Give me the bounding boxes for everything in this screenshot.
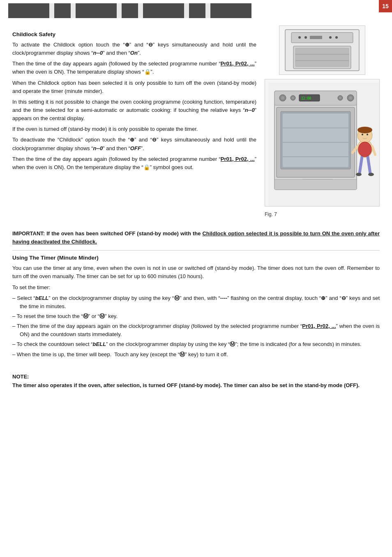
childlock-para-4: In this setting it is not possible to ch…	[12, 98, 256, 123]
svg-rect-4	[310, 36, 322, 39]
fig-label: Fig. 7	[265, 211, 277, 217]
bar-seg-2	[54, 3, 71, 18]
bar-gap-2	[71, 3, 76, 18]
timer-bullet-1: Select “bELL” on the clock/programmer di…	[12, 294, 380, 311]
childlock-para-7: Then the time of the day appears again (…	[12, 155, 256, 172]
svg-point-2	[298, 36, 301, 39]
main-content: Childlock Safety To activate the Childlo…	[0, 21, 392, 225]
oven-top-svg	[281, 28, 363, 73]
left-column: Childlock Safety To activate the Childlo…	[12, 26, 256, 217]
svg-point-41	[356, 173, 362, 176]
oven-main-svg: 12:00	[268, 83, 379, 206]
timer-set-label: To set the timer:	[12, 283, 380, 292]
bar-gap-3	[117, 3, 122, 18]
note-label: NOTE:	[12, 374, 380, 380]
svg-point-21	[339, 97, 341, 99]
timer-title: Using The Timer (Minute Minder)	[12, 255, 380, 261]
svg-point-15	[281, 96, 284, 100]
top-decorative-bar	[0, 0, 392, 21]
svg-point-3	[304, 36, 307, 39]
important-text: IMPORTANT: If the oven has been switched…	[12, 230, 380, 245]
bar-gap-6	[205, 3, 210, 18]
oven-diagram-main: 12:00	[265, 79, 380, 207]
bar-seg-7	[210, 3, 251, 18]
note-text: The timer also operates if the oven, aft…	[12, 381, 380, 390]
page-number: 15	[379, 0, 392, 12]
timer-bullet-3: Then the time of the day appears again o…	[12, 322, 380, 339]
svg-point-42	[368, 173, 374, 176]
svg-text:12:00: 12:00	[301, 97, 311, 100]
timer-bullet-5: When the time is up, the timer will beep…	[12, 350, 380, 359]
childlock-para-5: If the oven is turned off (stand-by mode…	[12, 125, 256, 133]
svg-rect-31	[274, 179, 357, 190]
svg-point-36	[367, 134, 368, 135]
bar-seg-6	[189, 3, 205, 18]
svg-point-6	[335, 36, 338, 39]
timer-section: Using The Timer (Minute Minder) You can …	[0, 251, 392, 369]
bar-seg-1	[8, 3, 49, 18]
svg-point-34	[357, 127, 372, 133]
childlock-para-3: When the Childlock option has been selec…	[12, 79, 256, 95]
childlock-para-1: To activate the Childlock option touch t…	[12, 41, 256, 57]
svg-rect-8	[295, 48, 349, 67]
bar-gap-4	[138, 3, 143, 18]
bar-seg-4	[122, 3, 138, 18]
timer-intro: You can use the timer at any time, even …	[12, 264, 380, 281]
important-notice: IMPORTANT: If the oven has been switched…	[0, 225, 392, 250]
right-column: 12:00	[265, 26, 380, 217]
svg-point-5	[329, 36, 332, 39]
svg-point-35	[362, 134, 363, 135]
childlock-para-6: To deactivate the “Childlock” option tou…	[12, 136, 256, 152]
timer-bullet-4: To check the countdown select “bELL” on …	[12, 340, 380, 348]
note-section: NOTE: The timer also operates if the ove…	[0, 369, 392, 398]
bar-seg-3	[76, 3, 117, 18]
svg-point-23	[349, 96, 352, 100]
svg-point-43	[358, 142, 371, 157]
timer-bullet-2: To reset the time touch the “Ⓜ” or “Ⓜ” k…	[12, 312, 380, 320]
timer-bullet-list: Select “bELL” on the clock/programmer di…	[12, 294, 380, 359]
bar-gap-1	[49, 3, 54, 18]
svg-point-17	[292, 97, 294, 99]
childlock-para-2: Then the time of the day appears again (…	[12, 60, 256, 76]
childlock-title: Childlock Safety	[12, 31, 256, 37]
bar-seg-5	[143, 3, 184, 18]
oven-diagram-top	[279, 26, 365, 75]
svg-rect-26	[283, 114, 348, 167]
bar-gap-5	[184, 3, 189, 18]
